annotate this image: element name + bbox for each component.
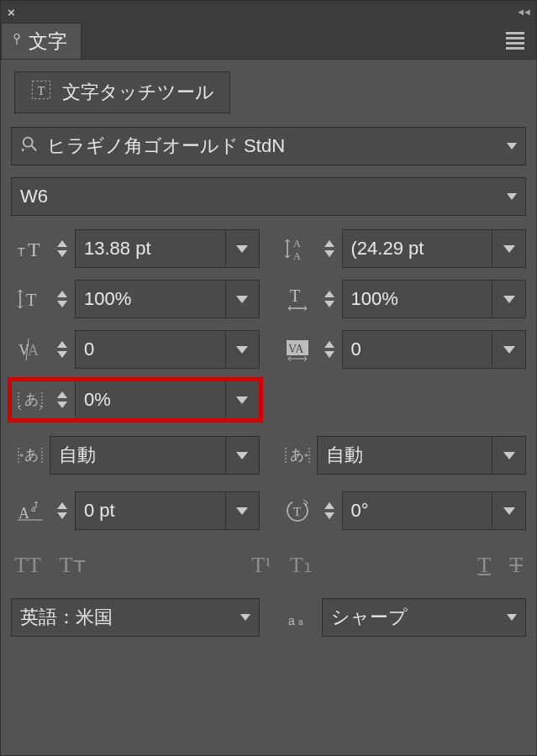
- collapse-icon[interactable]: ◄◄: [516, 7, 529, 17]
- vert-scale-dropdown[interactable]: [226, 280, 260, 318]
- leading-stepper[interactable]: [317, 229, 342, 268]
- row-size-leading: TT 13.88 pt AA (24.29 pt: [11, 229, 526, 268]
- chevron-down-icon: [240, 614, 250, 621]
- chevron-down-icon: [507, 193, 517, 200]
- horiz-scale-dropdown[interactable]: [492, 280, 526, 318]
- svg-text:あ: あ: [24, 447, 39, 463]
- vert-scale-stepper[interactable]: [50, 280, 75, 318]
- aki-left-select[interactable]: 自動: [50, 436, 226, 475]
- kerning-dropdown[interactable]: [226, 330, 260, 369]
- svg-text:A: A: [28, 342, 39, 359]
- horiz-scale-input[interactable]: 100%: [342, 280, 493, 318]
- svg-text:a: a: [288, 614, 295, 627]
- baseline-input[interactable]: 0 pt: [75, 491, 226, 530]
- aki-left-icon: あ: [11, 441, 50, 470]
- touch-type-tool-button[interactable]: T 文字タッチツール: [14, 71, 230, 113]
- rotation-dropdown[interactable]: [492, 491, 526, 530]
- svg-line-5: [32, 146, 37, 151]
- svg-text:T: T: [293, 505, 301, 518]
- tsume-field: あ 0%: [11, 381, 260, 419]
- leading-input[interactable]: (24.29 pt: [342, 229, 493, 268]
- tracking-icon: VA: [278, 335, 317, 364]
- tsume-icon: あ: [11, 386, 50, 414]
- svg-text:T: T: [290, 286, 300, 305]
- aki-right-icon: あ: [278, 441, 317, 470]
- tracking-input[interactable]: 0: [342, 330, 493, 369]
- character-panel: × ◄◄ 文字 T 文字タッチツール ▼: [0, 0, 537, 756]
- search-icon: ▼: [20, 134, 39, 158]
- font-size-icon: TT: [11, 234, 50, 263]
- svg-point-0: [14, 34, 19, 39]
- antialias-value: シャープ: [331, 605, 408, 630]
- strikethrough-toggle[interactable]: T: [509, 553, 523, 578]
- pin-icon: [10, 33, 24, 49]
- language-value: 英語：米国: [20, 605, 113, 630]
- all-caps-toggle[interactable]: TT: [14, 553, 41, 578]
- font-family-value: ヒラギノ角ゴオールド StdN: [47, 134, 507, 159]
- tab-label: 文字: [29, 29, 67, 55]
- rotation-stepper[interactable]: [317, 491, 342, 530]
- vertical-scale-icon: T: [11, 285, 50, 313]
- rotation-input[interactable]: 0°: [342, 491, 493, 530]
- tsume-input[interactable]: 0%: [75, 381, 226, 419]
- baseline-stepper[interactable]: [50, 491, 75, 530]
- svg-text:T: T: [18, 245, 25, 259]
- svg-text:A: A: [18, 505, 29, 522]
- svg-text:a: a: [298, 617, 303, 627]
- type-style-toggles: TT Tᴛ T¹ T₁ T T: [11, 545, 526, 581]
- tracking-stepper[interactable]: [317, 330, 342, 369]
- tracking-dropdown[interactable]: [492, 330, 526, 369]
- leading-dropdown[interactable]: [492, 229, 526, 268]
- row-kern-track: VA 0 VA 0: [11, 330, 526, 369]
- svg-text:A: A: [293, 238, 301, 249]
- svg-text:▼: ▼: [20, 147, 25, 153]
- aki-right-dropdown[interactable]: [492, 436, 526, 475]
- row-baseline-rotate: Aa 0 pt T 0°: [11, 491, 526, 530]
- font-style-select[interactable]: W6: [11, 177, 526, 216]
- small-caps-toggle[interactable]: Tᴛ: [60, 552, 86, 578]
- svg-text:あ: あ: [24, 391, 39, 407]
- underline-toggle[interactable]: T: [477, 553, 491, 578]
- tsume-stepper[interactable]: [50, 381, 75, 419]
- leading-icon: AA: [278, 234, 317, 263]
- kerning-stepper[interactable]: [50, 330, 75, 369]
- touch-type-label: 文字タッチツール: [62, 80, 214, 105]
- language-select[interactable]: 英語：米国: [11, 598, 260, 637]
- font-size-stepper[interactable]: [50, 229, 75, 268]
- superscript-toggle[interactable]: T¹: [251, 553, 271, 578]
- panel-body: T 文字タッチツール ▼ ヒラギノ角ゴオールド StdN W6 TT: [1, 60, 536, 648]
- tab-character[interactable]: 文字: [1, 23, 82, 59]
- row-aki: あ 自動 あ 自動: [11, 436, 526, 475]
- aki-left-dropdown[interactable]: [226, 436, 260, 475]
- horiz-scale-stepper[interactable]: [317, 280, 342, 318]
- panel-topbar: × ◄◄: [1, 1, 536, 23]
- aki-right-select[interactable]: 自動: [317, 436, 493, 475]
- subscript-toggle[interactable]: T₁: [290, 552, 312, 578]
- row-lang-aa: 英語：米国 aa シャープ: [11, 598, 526, 637]
- row-tsume: あ 0%: [11, 381, 526, 419]
- kerning-icon: VA: [11, 335, 50, 364]
- chevron-down-icon: [507, 143, 517, 150]
- kerning-input[interactable]: 0: [75, 330, 226, 369]
- svg-text:T: T: [26, 291, 36, 309]
- chevron-down-icon: [507, 614, 517, 621]
- tsume-dropdown[interactable]: [226, 381, 260, 419]
- font-size-input[interactable]: 13.88 pt: [75, 229, 226, 268]
- font-style-value: W6: [20, 186, 507, 207]
- horizontal-scale-icon: T: [278, 285, 317, 313]
- svg-text:あ: あ: [290, 447, 304, 463]
- baseline-dropdown[interactable]: [226, 491, 260, 530]
- touch-type-icon: T: [30, 79, 52, 106]
- antialias-icon: aa: [278, 603, 317, 632]
- vert-scale-input[interactable]: 100%: [75, 280, 226, 318]
- baseline-shift-icon: Aa: [11, 496, 50, 525]
- row-scale: T 100% T 100%: [11, 280, 526, 318]
- svg-text:VA: VA: [288, 343, 304, 355]
- antialias-select[interactable]: シャープ: [322, 598, 527, 637]
- flyout-menu-icon[interactable]: [506, 29, 536, 52]
- font-family-select[interactable]: ▼ ヒラギノ角ゴオールド StdN: [11, 127, 526, 165]
- font-size-dropdown[interactable]: [226, 229, 260, 268]
- char-rotation-icon: T: [278, 496, 317, 525]
- svg-text:T: T: [28, 239, 40, 260]
- close-icon[interactable]: ×: [8, 5, 15, 19]
